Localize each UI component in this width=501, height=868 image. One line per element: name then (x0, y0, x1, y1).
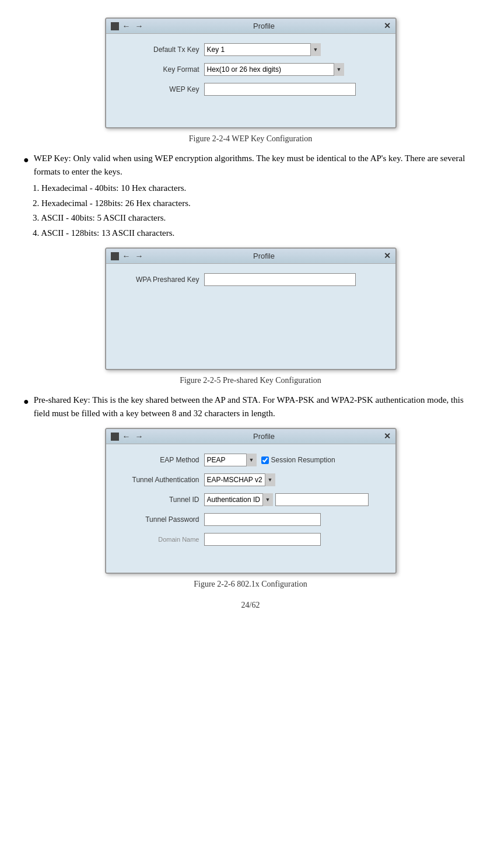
numbered-item-1: 1. Hexadecimal - 40bits: 10 Hex characte… (33, 182, 478, 195)
bullet2-dot: ● (23, 395, 29, 420)
domain-name-input[interactable] (204, 533, 321, 546)
forward-icon[interactable]: → (134, 22, 145, 31)
close-icon[interactable]: ✕ (384, 21, 391, 31)
figure1-controls: ← → (111, 22, 145, 31)
page-content: ← → Profile ✕ Default Tx Key Key 1 ▼ Key… (23, 18, 478, 610)
tunnel-id-row: Tunnel ID Authentication ID ▼ (118, 493, 384, 506)
numbered-item-3: 3. ASCII - 40bits: 5 ASCII characters. (33, 211, 478, 225)
figure2-dialog: ← → Profile ✕ WPA Preshared Key (105, 247, 397, 370)
figure3-titlebar: ← → Profile ✕ (106, 429, 395, 444)
tunnel-password-input[interactable] (204, 513, 321, 526)
default-tx-key-select[interactable]: Key 1 (204, 43, 321, 56)
figure2-body: WPA Preshared Key (106, 264, 395, 369)
numbered-item-4: 4. ASCII - 128bits: 13 ASCII characters. (33, 226, 478, 240)
tunnel-id-label: Tunnel ID (118, 496, 199, 504)
figure3-body: EAP Method PEAP ▼ Session Resumption Tun… (106, 444, 395, 573)
tunnel-auth-row: Tunnel Authentication EAP-MSCHAP v2 ▼ (118, 473, 384, 486)
close-icon3[interactable]: ✕ (384, 431, 391, 441)
key-format-row: Key Format Hex(10 or 26 hex digits) ▼ (118, 63, 384, 76)
numbered-list1: 1. Hexadecimal - 40bits: 10 Hex characte… (33, 182, 478, 239)
tunnel-password-row: Tunnel Password (118, 513, 384, 526)
figure1-body: Default Tx Key Key 1 ▼ Key Format Hex(10… (106, 34, 395, 127)
forward-icon2[interactable]: → (134, 252, 145, 261)
figure2-controls: ← → (111, 252, 145, 261)
figure1-titlebar: ← → Profile ✕ (106, 19, 395, 34)
bullet2-item: ● Pre-shared Key: This is the key shared… (23, 393, 478, 420)
default-tx-key-row: Default Tx Key Key 1 ▼ (118, 43, 384, 56)
back-icon[interactable]: ← (121, 22, 132, 31)
wep-key-label: WEP Key (118, 85, 199, 93)
tunnel-password-label: Tunnel Password (118, 515, 199, 524)
figure2-titlebar: ← → Profile ✕ (106, 249, 395, 264)
numbered-item-2: 2. Hexadecimal - 128bits: 26 Hex charact… (33, 197, 478, 210)
bullet1-item: ● WEP Key: Only valid when using WEP enc… (23, 152, 478, 178)
tunnel-id-select-wrapper[interactable]: Authentication ID ▼ (204, 493, 273, 506)
figure1-dialog: ← → Profile ✕ Default Tx Key Key 1 ▼ Key… (105, 18, 397, 128)
wpa-preshared-key-input[interactable] (204, 273, 356, 286)
default-tx-key-select-wrapper[interactable]: Key 1 ▼ (204, 43, 321, 56)
wep-key-row: WEP Key (118, 83, 384, 96)
session-resumption-row: Session Resumption (261, 456, 335, 464)
figure3-controls: ← → (111, 432, 145, 441)
figure1-title: Profile (145, 22, 384, 30)
bullet1-section: ● WEP Key: Only valid when using WEP enc… (23, 152, 478, 239)
domain-name-label: Domain Name (118, 536, 199, 543)
figure3-caption: Figure 2-2-6 802.1x Configuration (23, 580, 478, 589)
figure3-dialog: ← → Profile ✕ EAP Method PEAP ▼ Session … (105, 428, 397, 574)
key-format-select[interactable]: Hex(10 or 26 hex digits) (204, 63, 344, 76)
session-resumption-checkbox[interactable] (261, 456, 269, 464)
eap-method-select[interactable]: PEAP (204, 454, 257, 466)
eap-method-label: EAP Method (118, 456, 199, 464)
stop-icon (111, 22, 119, 30)
stop-icon3 (111, 433, 119, 441)
close-icon2[interactable]: ✕ (384, 251, 391, 261)
figure3-title: Profile (145, 432, 384, 441)
tunnel-id-inputs: Authentication ID ▼ (204, 493, 369, 506)
domain-name-row: Domain Name (118, 533, 384, 546)
tunnel-auth-select-wrapper[interactable]: EAP-MSCHAP v2 ▼ (204, 473, 275, 486)
forward-icon3[interactable]: → (134, 432, 145, 441)
bullet2-section: ● Pre-shared Key: This is the key shared… (23, 393, 478, 420)
tunnel-auth-select[interactable]: EAP-MSCHAP v2 (204, 473, 275, 486)
tunnel-auth-label: Tunnel Authentication (118, 476, 199, 484)
figure2-title: Profile (145, 252, 384, 260)
default-tx-key-label: Default Tx Key (118, 46, 199, 54)
back-icon3[interactable]: ← (121, 432, 132, 441)
eap-method-row: EAP Method PEAP ▼ Session Resumption (118, 454, 384, 466)
tunnel-id-select[interactable]: Authentication ID (204, 493, 273, 506)
wep-key-input[interactable] (204, 83, 356, 96)
bullet2-text: Pre-shared Key: This is the key shared b… (34, 393, 478, 420)
wpa-preshared-key-row: WPA Preshared Key (118, 273, 384, 286)
stop-icon2 (111, 252, 119, 260)
figure2-caption: Figure 2-2-5 Pre-shared Key Configuratio… (23, 376, 478, 385)
eap-method-select-wrapper[interactable]: PEAP ▼ (204, 454, 257, 466)
tunnel-id-input[interactable] (275, 493, 369, 506)
back-icon2[interactable]: ← (121, 252, 132, 261)
page-number: 24/62 (23, 601, 478, 610)
figure1-caption: Figure 2-2-4 WEP Key Configuration (23, 134, 478, 144)
bullet1-dot: ● (23, 153, 29, 178)
key-format-label: Key Format (118, 65, 199, 74)
key-format-select-wrapper[interactable]: Hex(10 or 26 hex digits) ▼ (204, 63, 344, 76)
session-resumption-label: Session Resumption (271, 456, 335, 464)
wpa-preshared-key-label: WPA Preshared Key (118, 276, 199, 284)
bullet1-text: WEP Key: Only valid when using WEP encry… (34, 152, 478, 178)
